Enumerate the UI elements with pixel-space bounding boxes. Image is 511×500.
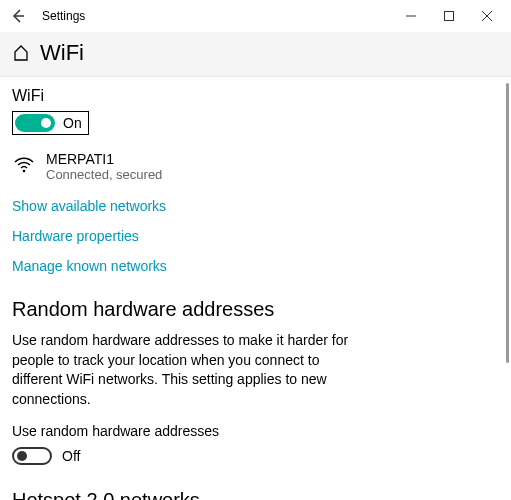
wifi-toggle[interactable] bbox=[15, 114, 55, 132]
random-hw-sub-label: Use random hardware addresses bbox=[12, 423, 495, 439]
back-button[interactable] bbox=[8, 6, 28, 26]
content-area: WiFi On MERPATI1 Connected, secured Show… bbox=[0, 77, 511, 500]
maximize-button[interactable] bbox=[433, 2, 465, 30]
window-title: Settings bbox=[42, 9, 85, 23]
minimize-icon bbox=[406, 11, 416, 21]
page-header: WiFi bbox=[0, 32, 511, 77]
back-arrow-icon bbox=[10, 8, 26, 24]
svg-point-4 bbox=[23, 170, 26, 173]
manage-known-networks-link[interactable]: Manage known networks bbox=[12, 258, 495, 274]
wifi-signal-icon bbox=[12, 153, 36, 177]
network-name: MERPATI1 bbox=[46, 151, 162, 167]
random-hw-toggle-label: Off bbox=[62, 448, 80, 464]
wifi-toggle-highlight: On bbox=[12, 111, 89, 135]
wifi-toggle-label: On bbox=[63, 115, 82, 131]
random-hw-toggle[interactable] bbox=[12, 447, 52, 465]
close-icon bbox=[482, 11, 492, 21]
titlebar: Settings bbox=[0, 0, 511, 32]
maximize-icon bbox=[444, 11, 454, 21]
random-hw-heading: Random hardware addresses bbox=[12, 298, 495, 321]
page-title: WiFi bbox=[40, 40, 84, 66]
show-available-networks-link[interactable]: Show available networks bbox=[12, 198, 495, 214]
minimize-button[interactable] bbox=[395, 2, 427, 30]
current-network[interactable]: MERPATI1 Connected, secured bbox=[12, 151, 495, 182]
network-status: Connected, secured bbox=[46, 167, 162, 182]
random-hw-description: Use random hardware addresses to make it… bbox=[12, 331, 372, 409]
home-icon[interactable] bbox=[12, 44, 30, 62]
close-button[interactable] bbox=[471, 2, 503, 30]
hotspot-heading: Hotspot 2.0 networks bbox=[12, 489, 495, 500]
svg-rect-1 bbox=[445, 12, 454, 21]
wifi-section-title: WiFi bbox=[12, 87, 495, 105]
scrollbar[interactable] bbox=[506, 83, 509, 363]
hardware-properties-link[interactable]: Hardware properties bbox=[12, 228, 495, 244]
